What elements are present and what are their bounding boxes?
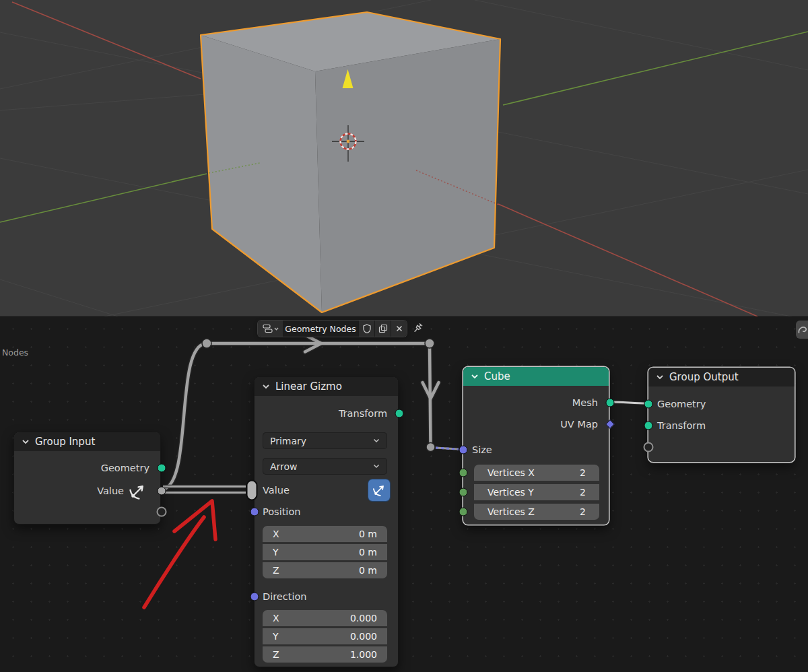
tree-name-field[interactable]: Geometry Nodes: [283, 321, 358, 337]
gizmo-dial-icon: [372, 483, 386, 497]
field-vertices-z[interactable]: Vertices Z 2: [474, 504, 599, 520]
x-axis-line: [498, 204, 758, 316]
field-label: Y: [273, 547, 279, 558]
node-title: Cube: [484, 370, 510, 382]
node-editor-icon: [263, 324, 273, 333]
field-value: 0 m: [359, 529, 377, 539]
socket-position-input[interactable]: [250, 508, 259, 516]
field-value: 0.000: [350, 631, 377, 642]
field-position-y[interactable]: Y 0 m: [263, 544, 387, 560]
sidebar-toggle-button[interactable]: [796, 321, 808, 339]
node-group-input[interactable]: Group Input Geometry Value: [13, 432, 161, 525]
pin-icon: [411, 322, 424, 335]
output-value-label: Value: [97, 483, 124, 498]
position-fields: X 0 m Y 0 m Z 0 m: [263, 526, 387, 578]
input-size-label: Size: [472, 442, 492, 457]
chevron-down-icon: [373, 464, 380, 469]
collapse-chevron-icon: [656, 374, 664, 380]
chevron-down-icon: [373, 438, 380, 443]
field-vertices-x[interactable]: Vertices X 2: [474, 465, 599, 481]
close-icon: [396, 325, 403, 332]
direction-fields: X 0.000 Y 0.000 Z 1.000: [263, 610, 387, 663]
input-direction-label: Direction: [263, 589, 307, 604]
pin-toggle[interactable]: [409, 320, 426, 337]
socket-vertices-x-input[interactable]: [459, 469, 468, 477]
socket-value-multi-input[interactable]: [246, 480, 258, 501]
socket-geometry-output[interactable]: [158, 464, 166, 473]
collapse-chevron-icon: [471, 374, 479, 379]
field-value: 1.000: [350, 649, 377, 660]
node-title: Linear Gizmo: [275, 380, 342, 393]
output-geometry-label: Geometry: [101, 461, 149, 475]
tree-name-label: Geometry Nodes: [285, 324, 356, 334]
field-label: Vertices Y: [487, 487, 534, 498]
input-transform-label: Transform: [657, 418, 706, 433]
collapse-chevron-icon: [22, 439, 30, 444]
socket-uv-map-output[interactable]: [605, 419, 615, 429]
field-label: Z: [273, 565, 279, 576]
gizmo-dial-icon: [129, 483, 146, 500]
socket-virtual-input[interactable]: [644, 442, 654, 452]
field-label: Y: [273, 631, 279, 642]
field-value: 2: [580, 506, 586, 517]
input-geometry-label: Geometry: [657, 397, 706, 411]
socket-mesh-output[interactable]: [606, 399, 615, 407]
close-button[interactable]: [391, 321, 407, 337]
editor-type-button[interactable]: [258, 321, 283, 337]
fake-user-shield-button[interactable]: [358, 321, 374, 337]
gizmo-style-dropdown[interactable]: Arrow: [263, 458, 387, 475]
field-direction-x[interactable]: X 0.000: [263, 610, 387, 626]
field-position-x[interactable]: X 0 m: [263, 526, 387, 542]
node-header[interactable]: Group Input: [14, 432, 160, 451]
socket-vertices-y-input[interactable]: [459, 488, 468, 497]
gizmo-primary-dropdown[interactable]: Primary: [263, 432, 387, 449]
collapse-chevron-icon: [262, 384, 270, 389]
duplicate-icon: [378, 324, 388, 333]
node-title: Group Output: [669, 371, 739, 383]
lasso-squiggle-icon: [797, 325, 807, 335]
node-header[interactable]: Linear Gizmo: [255, 377, 398, 396]
field-direction-z[interactable]: Z 1.000: [263, 646, 387, 663]
node-header[interactable]: Cube: [463, 367, 609, 386]
field-value: 0 m: [359, 565, 377, 576]
socket-transform-input[interactable]: [644, 422, 653, 430]
geometry-node-editor[interactable]: Nodes Geometry Nodes: [0, 316, 808, 672]
socket-geometry-input[interactable]: [644, 400, 653, 409]
field-label: Vertices X: [487, 467, 535, 478]
flow-arrow-right: [305, 335, 321, 352]
socket-size-input[interactable]: [459, 446, 468, 455]
blender-window: Nodes Geometry Nodes: [0, 0, 808, 672]
node-cube[interactable]: Cube Mesh UV Map Size Vertices X 2 Verti…: [463, 366, 609, 525]
socket-vertices-z-input[interactable]: [459, 508, 468, 516]
output-mesh-label: Mesh: [572, 395, 598, 410]
field-value: 0 m: [359, 547, 377, 558]
node-linear-gizmo[interactable]: Linear Gizmo Transform Primary Arrow Val…: [254, 376, 399, 667]
node-header[interactable]: Group Output: [648, 368, 795, 387]
input-position-label: Position: [263, 504, 300, 519]
socket-transform-output[interactable]: [395, 409, 404, 418]
field-label: Z: [273, 649, 279, 660]
viewport-3d[interactable]: [0, 0, 808, 316]
chevron-down-icon: [274, 327, 279, 331]
socket-virtual-output[interactable]: [157, 507, 167, 517]
value-link: [163, 487, 246, 493]
dropdown-value: Arrow: [270, 461, 298, 472]
output-uv-map-label: UV Map: [560, 417, 598, 432]
socket-direction-input[interactable]: [250, 593, 259, 601]
tree-selector: Geometry Nodes: [258, 321, 407, 337]
field-position-z[interactable]: Z 0 m: [263, 562, 387, 578]
dashed-target-link: [436, 448, 459, 449]
field-label: X: [273, 529, 279, 539]
field-value: 2: [580, 467, 586, 478]
duplicate-button[interactable]: [374, 321, 391, 337]
field-vertices-y[interactable]: Vertices Y 2: [474, 484, 599, 500]
gizmo-toggle-button[interactable]: [368, 479, 390, 501]
field-direction-y[interactable]: Y 0.000: [263, 628, 387, 644]
mesh-geometry-link: [609, 402, 648, 403]
input-value-label: Value: [263, 483, 290, 498]
node-group-output[interactable]: Group Output Geometry Transform: [648, 367, 795, 463]
socket-value-output[interactable]: [158, 487, 166, 496]
breadcrumb: Nodes: [2, 347, 28, 358]
cube-object[interactable]: [201, 12, 500, 312]
node-title: Group Input: [35, 436, 95, 448]
